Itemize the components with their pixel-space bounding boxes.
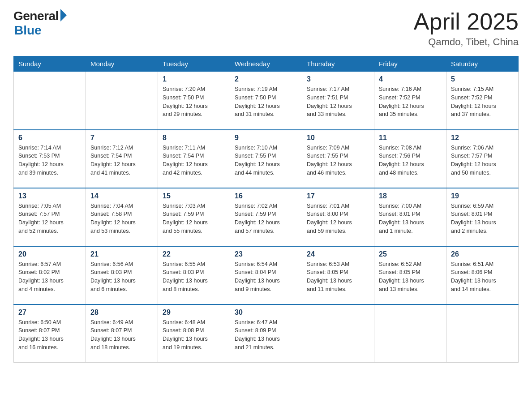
day-number: 24 <box>307 250 369 258</box>
calendar-cell: 10Sunrise: 7:09 AMSunset: 7:55 PMDayligh… <box>302 130 374 188</box>
calendar-cell: 23Sunrise: 6:54 AMSunset: 8:04 PMDayligh… <box>230 246 302 304</box>
calendar-week-row: 1Sunrise: 7:20 AMSunset: 7:50 PMDaylight… <box>14 72 519 130</box>
calendar-cell: 14Sunrise: 7:04 AMSunset: 7:58 PMDayligh… <box>86 188 158 246</box>
day-number: 14 <box>90 192 153 200</box>
day-number: 16 <box>235 192 297 200</box>
calendar-cell: 5Sunrise: 7:15 AMSunset: 7:52 PMDaylight… <box>446 72 519 130</box>
day-info: Sunrise: 7:20 AMSunset: 7:50 PMDaylight:… <box>163 85 225 119</box>
day-number: 13 <box>18 192 81 200</box>
weekday-header-row: SundayMondayTuesdayWednesdayThursdayFrid… <box>14 56 519 72</box>
day-info: Sunrise: 6:54 AMSunset: 8:04 PMDaylight:… <box>235 260 297 294</box>
weekday-header-thursday: Thursday <box>302 56 374 72</box>
day-number: 17 <box>307 192 369 200</box>
day-number: 2 <box>235 75 297 83</box>
calendar-cell: 3Sunrise: 7:17 AMSunset: 7:51 PMDaylight… <box>302 72 374 130</box>
day-info: Sunrise: 7:17 AMSunset: 7:51 PMDaylight:… <box>307 85 369 119</box>
calendar-cell: 6Sunrise: 7:14 AMSunset: 7:53 PMDaylight… <box>14 130 86 188</box>
calendar-cell: 25Sunrise: 6:52 AMSunset: 8:05 PMDayligh… <box>374 246 446 304</box>
calendar-week-row: 6Sunrise: 7:14 AMSunset: 7:53 PMDaylight… <box>14 130 519 188</box>
weekday-header-tuesday: Tuesday <box>158 56 230 72</box>
day-number: 3 <box>307 75 369 83</box>
calendar-cell: 16Sunrise: 7:02 AMSunset: 7:59 PMDayligh… <box>230 188 302 246</box>
calendar-cell <box>302 304 374 363</box>
day-number: 21 <box>90 250 153 258</box>
logo-general-text: General <box>13 9 59 23</box>
day-number: 1 <box>163 75 225 83</box>
day-info: Sunrise: 7:09 AMSunset: 7:55 PMDaylight:… <box>307 144 369 177</box>
day-info: Sunrise: 7:16 AMSunset: 7:52 PMDaylight:… <box>379 85 442 119</box>
day-number: 26 <box>451 250 514 258</box>
day-info: Sunrise: 7:01 AMSunset: 8:00 PMDaylight:… <box>307 202 369 235</box>
day-info: Sunrise: 7:03 AMSunset: 7:59 PMDaylight:… <box>163 202 225 235</box>
day-info: Sunrise: 7:11 AMSunset: 7:54 PMDaylight:… <box>163 144 225 177</box>
day-number: 25 <box>379 250 442 258</box>
day-info: Sunrise: 6:53 AMSunset: 8:05 PMDaylight:… <box>307 260 369 294</box>
day-number: 20 <box>18 250 81 258</box>
day-number: 29 <box>163 308 225 317</box>
day-info: Sunrise: 6:55 AMSunset: 8:03 PMDaylight:… <box>163 260 225 294</box>
day-number: 10 <box>307 134 369 142</box>
calendar-week-row: 27Sunrise: 6:50 AMSunset: 8:07 PMDayligh… <box>14 304 519 363</box>
day-number: 30 <box>235 308 297 317</box>
day-number: 9 <box>235 134 297 142</box>
day-number: 11 <box>379 134 442 142</box>
calendar-cell <box>446 304 519 363</box>
day-number: 12 <box>451 134 514 142</box>
weekday-header-monday: Monday <box>86 56 158 72</box>
calendar-cell: 28Sunrise: 6:49 AMSunset: 8:07 PMDayligh… <box>86 304 158 363</box>
calendar-cell: 27Sunrise: 6:50 AMSunset: 8:07 PMDayligh… <box>14 304 86 363</box>
page-title: April 2025 <box>414 9 519 34</box>
day-number: 4 <box>379 75 442 83</box>
day-info: Sunrise: 7:12 AMSunset: 7:54 PMDaylight:… <box>90 144 153 177</box>
day-info: Sunrise: 6:57 AMSunset: 8:02 PMDaylight:… <box>18 260 81 294</box>
day-info: Sunrise: 7:14 AMSunset: 7:53 PMDaylight:… <box>18 144 81 177</box>
day-number: 15 <box>163 192 225 200</box>
day-info: Sunrise: 6:56 AMSunset: 8:03 PMDaylight:… <box>90 260 153 294</box>
day-number: 8 <box>163 134 225 142</box>
day-number: 18 <box>379 192 442 200</box>
calendar-cell: 2Sunrise: 7:19 AMSunset: 7:50 PMDaylight… <box>230 72 302 130</box>
weekday-header-wednesday: Wednesday <box>230 56 302 72</box>
calendar-cell: 15Sunrise: 7:03 AMSunset: 7:59 PMDayligh… <box>158 188 230 246</box>
weekday-header-friday: Friday <box>374 56 446 72</box>
weekday-header-saturday: Saturday <box>446 56 519 72</box>
day-info: Sunrise: 7:19 AMSunset: 7:50 PMDaylight:… <box>235 85 297 119</box>
day-info: Sunrise: 6:59 AMSunset: 8:01 PMDaylight:… <box>451 202 514 235</box>
calendar-cell: 30Sunrise: 6:47 AMSunset: 8:09 PMDayligh… <box>230 304 302 363</box>
calendar-cell: 12Sunrise: 7:06 AMSunset: 7:57 PMDayligh… <box>446 130 519 188</box>
calendar-body: 1Sunrise: 7:20 AMSunset: 7:50 PMDaylight… <box>14 72 519 363</box>
calendar-cell <box>86 72 158 130</box>
calendar-cell: 29Sunrise: 6:48 AMSunset: 8:08 PMDayligh… <box>158 304 230 363</box>
day-info: Sunrise: 7:04 AMSunset: 7:58 PMDaylight:… <box>90 202 153 235</box>
day-info: Sunrise: 6:50 AMSunset: 8:07 PMDaylight:… <box>18 318 81 352</box>
calendar-header: SundayMondayTuesdayWednesdayThursdayFrid… <box>14 56 519 72</box>
calendar-week-row: 20Sunrise: 6:57 AMSunset: 8:02 PMDayligh… <box>14 246 519 304</box>
day-number: 5 <box>451 75 514 83</box>
day-number: 19 <box>451 192 514 200</box>
page-header: General Blue April 2025 Qamdo, Tibet, Ch… <box>13 9 519 48</box>
calendar-cell: 20Sunrise: 6:57 AMSunset: 8:02 PMDayligh… <box>14 246 86 304</box>
calendar-cell: 11Sunrise: 7:08 AMSunset: 7:56 PMDayligh… <box>374 130 446 188</box>
day-info: Sunrise: 7:06 AMSunset: 7:57 PMDaylight:… <box>451 144 514 177</box>
calendar-cell: 21Sunrise: 6:56 AMSunset: 8:03 PMDayligh… <box>86 246 158 304</box>
calendar-cell: 22Sunrise: 6:55 AMSunset: 8:03 PMDayligh… <box>158 246 230 304</box>
day-info: Sunrise: 7:02 AMSunset: 7:59 PMDaylight:… <box>235 202 297 235</box>
calendar-cell: 13Sunrise: 7:05 AMSunset: 7:57 PMDayligh… <box>14 188 86 246</box>
weekday-header-sunday: Sunday <box>14 56 86 72</box>
logo-triangle-icon <box>60 9 67 21</box>
calendar-cell: 26Sunrise: 6:51 AMSunset: 8:06 PMDayligh… <box>446 246 519 304</box>
calendar-cell: 17Sunrise: 7:01 AMSunset: 8:00 PMDayligh… <box>302 188 374 246</box>
day-number: 7 <box>90 134 153 142</box>
day-number: 23 <box>235 250 297 258</box>
calendar-cell: 24Sunrise: 6:53 AMSunset: 8:05 PMDayligh… <box>302 246 374 304</box>
calendar-cell: 19Sunrise: 6:59 AMSunset: 8:01 PMDayligh… <box>446 188 519 246</box>
day-info: Sunrise: 6:51 AMSunset: 8:06 PMDaylight:… <box>451 260 514 294</box>
day-info: Sunrise: 6:47 AMSunset: 8:09 PMDaylight:… <box>235 318 297 352</box>
calendar-cell: 7Sunrise: 7:12 AMSunset: 7:54 PMDaylight… <box>86 130 158 188</box>
calendar-cell: 18Sunrise: 7:00 AMSunset: 8:01 PMDayligh… <box>374 188 446 246</box>
calendar-cell <box>14 72 86 130</box>
calendar-week-row: 13Sunrise: 7:05 AMSunset: 7:57 PMDayligh… <box>14 188 519 246</box>
calendar-cell: 8Sunrise: 7:11 AMSunset: 7:54 PMDaylight… <box>158 130 230 188</box>
logo: General Blue <box>13 9 67 38</box>
day-info: Sunrise: 6:48 AMSunset: 8:08 PMDaylight:… <box>163 318 225 352</box>
